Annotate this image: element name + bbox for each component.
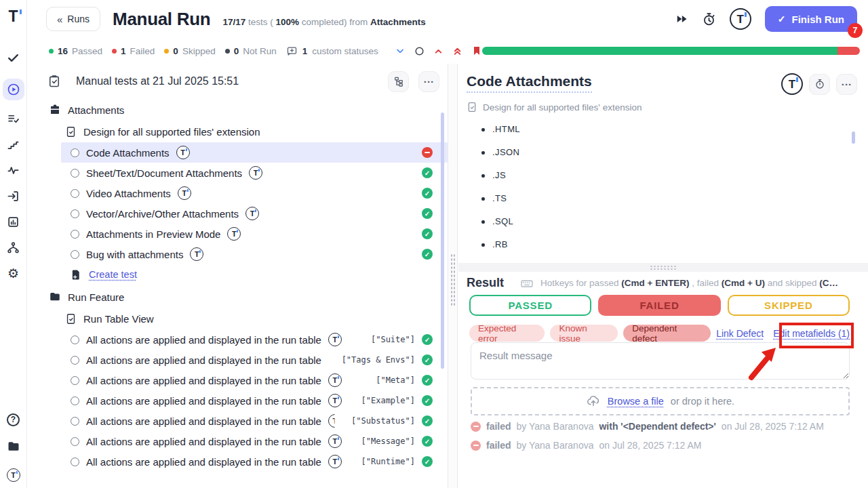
radio-icon	[71, 458, 79, 466]
test-row[interactable]: All actions are applied and displayed in…	[61, 329, 448, 350]
passed-status-icon: ✓	[422, 415, 433, 426]
panel-more-button[interactable]: ...	[418, 71, 439, 92]
panel-splitter-horizontal[interactable]	[458, 263, 868, 272]
import-icon[interactable]	[0, 184, 27, 207]
test-row[interactable]: All actions are applied and displayed in…	[61, 370, 448, 390]
badge-dependent-defect[interactable]: Dependent defect	[623, 325, 711, 342]
test-row[interactable]: Bug with attachments T ✓	[61, 244, 448, 264]
test-row[interactable]: Vector/Archive/Other Attachments T ✓	[61, 203, 448, 224]
orange-dot-icon	[164, 49, 169, 54]
radio-icon	[71, 336, 79, 344]
finish-run-button[interactable]: ✓ Finish Run 7	[765, 6, 857, 32]
passed-status-icon: ✓	[422, 456, 433, 467]
passed-button[interactable]: PASSED	[469, 295, 591, 316]
create-test-link[interactable]: Create test	[89, 269, 137, 280]
run-play-icon[interactable]	[3, 79, 24, 100]
suite-row-run-feature[interactable]: Run Feature	[27, 286, 448, 308]
failed-button[interactable]: FAILED	[598, 295, 720, 316]
radio-icon	[71, 417, 79, 426]
detail-more-button[interactable]: ...	[836, 74, 857, 95]
test-row[interactable]: Attachments in Preview Mode T ✓	[61, 224, 448, 244]
chevron-up-icon[interactable]	[433, 46, 443, 56]
passed-count: 16Passed	[49, 46, 102, 56]
detail-scrollbar-thumb[interactable]	[852, 131, 855, 144]
settings-gear-icon[interactable]: ⚙	[0, 262, 27, 285]
link-defect-link[interactable]: Link Defect	[716, 328, 764, 339]
cloud-upload-icon	[586, 394, 601, 409]
tree-scrollbar-thumb[interactable]	[441, 113, 444, 369]
test-row[interactable]: All actions are applied and displayed in…	[61, 431, 448, 451]
test-row[interactable]: All actions are applied and displayed in…	[61, 451, 448, 472]
badge-expected-error[interactable]: Expected error	[469, 325, 545, 342]
testomat-badge-icon: T	[227, 227, 241, 241]
test-breadcrumb: Design for all supported files' extensio…	[467, 102, 642, 113]
suite-row[interactable]: Attachments	[27, 99, 448, 121]
testomat-logo-icon[interactable]: T	[0, 0, 27, 33]
browse-file-link[interactable]: Browse a file	[608, 396, 664, 407]
passed-status-icon: ✓	[422, 208, 433, 219]
result-message-input[interactable]	[471, 342, 850, 380]
failed-status-icon	[471, 422, 481, 432]
splitter-grip	[650, 265, 677, 270]
report-chart-icon[interactable]	[0, 210, 27, 233]
test-tree-panel: Manual tests at 21 Jul 2025 15:51 ... At…	[27, 64, 448, 488]
activity-icon[interactable]	[0, 159, 27, 182]
check-nav-icon[interactable]	[0, 46, 27, 69]
test-row[interactable]: Sheet/Text/Document Attachments T ✓	[61, 163, 448, 183]
branch-icon[interactable]	[0, 236, 27, 259]
list-item: .SQL	[492, 210, 852, 233]
file-plus-icon	[71, 269, 82, 281]
radio-icon	[71, 169, 79, 178]
passed-status-icon: ✓	[422, 249, 433, 260]
test-tag: ["Suite"]	[371, 335, 415, 344]
profile-logo-icon[interactable]: T	[0, 464, 27, 487]
red-dot-icon	[112, 49, 117, 54]
testomat-badge-icon: T	[328, 373, 342, 387]
test-row[interactable]: All actions are applied and displayed in…	[61, 390, 448, 411]
test-title[interactable]: Code Attachments	[467, 73, 592, 93]
testomat-badge-icon: T	[328, 394, 342, 407]
test-tag: ["Runtime"]	[361, 457, 415, 466]
list-item: .TS	[492, 187, 852, 210]
document-check-icon	[65, 313, 77, 325]
circle-status-icon[interactable]	[414, 46, 425, 56]
badge-known-issue[interactable]: Known issue	[550, 325, 618, 342]
timer-button[interactable]	[809, 74, 830, 95]
test-description: .HTML .JSON .JS .TS .SQL .RB .PY	[467, 118, 852, 263]
tree-view-button[interactable]	[388, 71, 409, 92]
list-check-icon[interactable]	[0, 107, 27, 130]
steps-icon[interactable]	[0, 133, 27, 156]
document-check-icon	[65, 126, 77, 138]
fast-forward-icon[interactable]	[675, 12, 688, 26]
stopwatch-icon[interactable]	[702, 12, 716, 26]
bookmark-icon[interactable]	[471, 45, 482, 56]
testomat-badge-icon[interactable]: T	[781, 73, 803, 95]
testomat-avatar-icon[interactable]: T	[730, 8, 751, 30]
test-row[interactable]: All actions are applied and displayed in…	[61, 350, 448, 370]
failed-status-icon	[471, 441, 481, 451]
document-row[interactable]: Design for all supported files' extensio…	[27, 121, 448, 142]
create-test-row[interactable]: Create test	[61, 264, 448, 285]
test-row[interactable]: All actions are applied and displayed in…	[61, 411, 448, 431]
failed-count: 1Failed	[112, 46, 155, 56]
custom-statuses[interactable]: 1custom statuses	[286, 45, 378, 57]
list-item: .JS	[492, 164, 852, 187]
projects-folder-icon[interactable]	[0, 435, 27, 458]
test-row-code-attachments[interactable]: Code Attachments T	[61, 142, 448, 163]
skipped-button[interactable]: SKIPPED	[728, 295, 850, 316]
page-title: Manual Run	[113, 9, 210, 30]
file-dropzone[interactable]: Browse a file or drop it here.	[471, 387, 850, 415]
chevrons-double-up-icon[interactable]	[452, 46, 462, 56]
testomat-badge-icon: T	[328, 434, 342, 448]
back-to-runs-button[interactable]: « Runs	[46, 7, 100, 31]
test-tag: ["Tags & Envs"]	[342, 355, 415, 365]
edit-metafields-link[interactable]: Edit metafields (1)	[773, 328, 850, 339]
document-row-run-table-view[interactable]: Run Table View	[27, 308, 448, 329]
passed-status-icon: ✓	[422, 354, 433, 365]
chevron-down-icon[interactable]	[395, 45, 406, 56]
test-row[interactable]: Video Attachments T ✓	[61, 183, 448, 203]
panel-splitter-vertical[interactable]	[448, 64, 458, 488]
test-run-app: T ⚙ ? T «	[0, 0, 868, 488]
help-icon[interactable]: ?	[0, 408, 27, 431]
notification-badge: 7	[848, 23, 863, 38]
